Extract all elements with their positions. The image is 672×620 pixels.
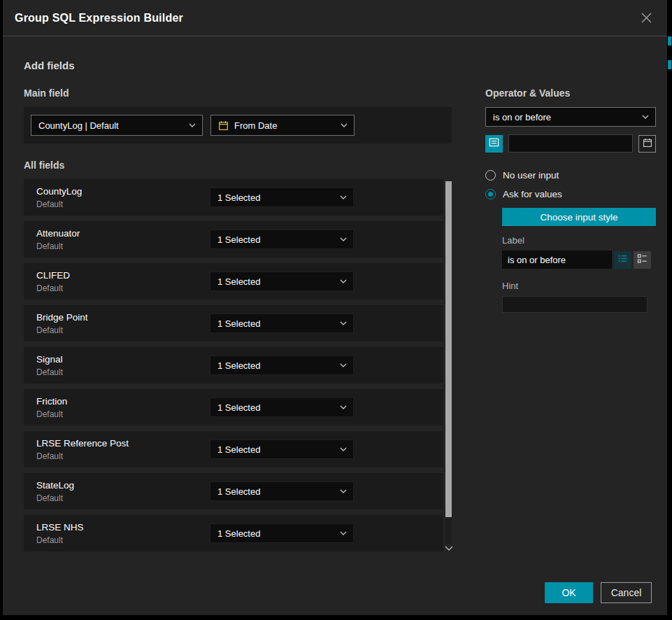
field-selection-value: 1 Selected (217, 234, 334, 245)
no-user-input-radio[interactable]: No user input (485, 170, 656, 181)
field-name: Signal (36, 354, 210, 365)
field-subtitle: Default (36, 283, 210, 293)
field-selection-value: 1 Selected (217, 402, 334, 413)
value-input[interactable] (508, 134, 633, 153)
label-input[interactable] (502, 251, 612, 269)
field-meta: Bridge Point Default (36, 312, 210, 335)
radio-unselected-icon (485, 170, 496, 181)
field-name: StateLog (36, 480, 210, 491)
chevron-down-icon (340, 405, 347, 409)
ask-for-values-label: Ask for values (503, 189, 562, 199)
field-selection-value: 1 Selected (217, 318, 334, 329)
field-meta: Signal Default (36, 354, 210, 377)
ok-button[interactable]: OK (545, 582, 593, 603)
main-field-panel: CountyLog | Default From Date (24, 107, 452, 143)
field-subtitle: Default (36, 409, 210, 419)
field-selection-value: 1 Selected (217, 486, 334, 497)
field-selection-dropdown[interactable]: 1 Selected (210, 272, 354, 291)
operator-values-column: Operator & Values is on or before (485, 71, 656, 558)
choose-input-style-button[interactable]: Choose input style (502, 208, 656, 226)
field-row: Attenuator Default 1 Selected (24, 221, 443, 258)
input-style-dropdown-button[interactable] (634, 251, 651, 269)
fields-column: Main field CountyLog | Default (24, 71, 452, 558)
field-subtitle: Default (36, 199, 210, 209)
date-field-calendar-icon (218, 120, 229, 131)
group-sql-expression-builder-dialog: Group SQL Expression Builder Add fields … (3, 0, 667, 615)
chevron-down-icon (340, 279, 347, 283)
field-subtitle: Default (36, 325, 210, 335)
field-selection-dropdown[interactable]: 1 Selected (210, 481, 354, 501)
field-meta: Friction Default (36, 396, 210, 419)
bulleted-list-icon (617, 253, 628, 266)
field-row: LRSE Reference Post Default 1 Selected (24, 431, 443, 467)
field-meta: CountyLog Default (36, 186, 210, 209)
field-row: Signal Default 1 Selected (24, 347, 443, 383)
field-row: CountyLog Default 1 Selected (24, 179, 443, 216)
field-meta: LRSE Reference Post Default (36, 438, 210, 461)
operator-values-heading: Operator & Values (485, 87, 656, 99)
chevron-down-icon (189, 123, 196, 127)
field-meta: LRSE NHS Default (36, 522, 210, 545)
chevron-down-icon (340, 447, 347, 451)
field-row: StateLog Default 1 Selected (24, 473, 443, 509)
hint-caption: Hint (502, 281, 656, 291)
field-selection-dropdown[interactable]: 1 Selected (210, 188, 354, 207)
field-name: Attenuator (36, 228, 210, 239)
field-name: Bridge Point (36, 312, 210, 323)
calendar-icon (643, 138, 652, 150)
all-fields-list: CountyLog Default 1 Selected Attenuator … (24, 179, 452, 558)
field-row: Friction Default 1 Selected (24, 389, 443, 425)
layer-select[interactable]: CountyLog | Default (31, 115, 203, 136)
edge-scroll-marker (668, 60, 671, 69)
field-selection-dropdown[interactable]: 1 Selected (210, 397, 354, 417)
dropdown-list-icon (637, 253, 648, 266)
dialog-footer: OK Cancel (545, 582, 652, 603)
radio-selected-icon (485, 189, 496, 199)
operator-select[interactable]: is on or before (485, 107, 656, 127)
field-name: CLIFED (36, 270, 210, 281)
field-name: Friction (36, 396, 210, 407)
field-row: Bridge Point Default 1 Selected (24, 305, 443, 341)
field-row: LRSE NHS Default 1 Selected (24, 515, 443, 551)
field-selection-dropdown[interactable]: 1 Selected (210, 313, 354, 333)
chevron-down-icon (340, 321, 347, 325)
chevron-down-icon (340, 531, 347, 535)
main-field-select-value: From Date (234, 120, 335, 131)
field-selection-dropdown[interactable]: 1 Selected (210, 439, 354, 459)
field-subtitle: Default (36, 451, 210, 461)
all-fields-heading: All fields (24, 160, 452, 171)
chevron-down-icon (340, 195, 347, 199)
main-field-select[interactable]: From Date (210, 115, 355, 136)
chevron-down-icon (340, 237, 347, 241)
chevron-down-icon (341, 123, 348, 127)
ask-for-values-radio[interactable]: Ask for values (485, 189, 656, 199)
input-style-list-button[interactable] (614, 251, 631, 269)
scroll-down-icon[interactable] (445, 546, 453, 551)
field-meta: CLIFED Default (36, 270, 210, 293)
value-source-toggle-button[interactable] (485, 135, 503, 153)
list-scrollbar[interactable] (445, 181, 452, 544)
hint-input[interactable] (502, 296, 648, 313)
field-selection-value: 1 Selected (217, 528, 334, 539)
field-selection-dropdown[interactable]: 1 Selected (210, 355, 354, 375)
dialog-header: Group SQL Expression Builder (3, 0, 667, 36)
field-subtitle: Default (36, 493, 210, 503)
calendar-picker-button[interactable] (638, 135, 656, 153)
dialog-body: Add fields Main field CountyLog | Defaul… (3, 59, 667, 558)
no-user-input-label: No user input (503, 170, 559, 181)
chevron-down-icon (340, 363, 347, 367)
layer-select-value: CountyLog | Default (38, 120, 183, 131)
chevron-down-icon (340, 489, 347, 493)
chevron-down-icon (642, 115, 649, 119)
scrollbar-thumb[interactable] (445, 181, 452, 517)
field-subtitle: Default (36, 367, 210, 377)
cancel-button[interactable]: Cancel (601, 582, 652, 603)
field-selection-dropdown[interactable]: 1 Selected (210, 230, 354, 249)
list-input-icon (489, 137, 499, 150)
field-meta: Attenuator Default (36, 228, 210, 251)
close-icon[interactable] (638, 10, 655, 26)
field-meta: StateLog Default (36, 480, 210, 503)
field-selection-value: 1 Selected (217, 360, 334, 371)
field-selection-value: 1 Selected (217, 192, 334, 203)
field-selection-dropdown[interactable]: 1 Selected (210, 523, 354, 543)
